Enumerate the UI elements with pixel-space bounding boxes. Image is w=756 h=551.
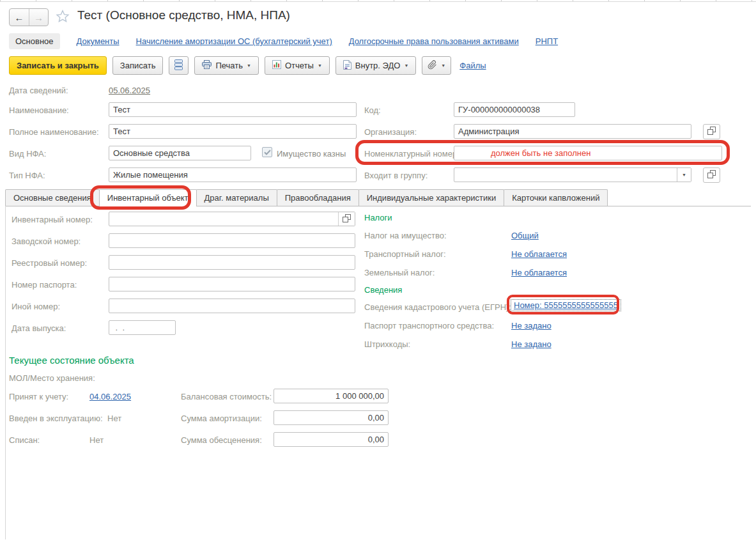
vehicle-passport-label: Паспорт транспортного средства: <box>364 321 494 330</box>
book-value-input[interactable] <box>274 389 389 403</box>
passport-number-label: Номер паспорта: <box>12 280 77 290</box>
land-tax-link[interactable]: Не облагается <box>511 268 567 277</box>
barcodes-label: Штрихкоды: <box>364 339 410 349</box>
group-open-button[interactable] <box>703 167 720 183</box>
tab-inventory-object[interactable]: Инвентарный объект <box>99 189 197 206</box>
nav-item-depreciation[interactable]: Начисление амортизации ОС (бухгалтерский… <box>136 36 332 46</box>
treasury-checkbox[interactable] <box>262 147 272 157</box>
paperclip-icon <box>428 60 437 72</box>
forward-button[interactable]: → <box>29 9 48 26</box>
reports-button[interactable]: Отчеты ▼ <box>265 56 330 75</box>
details-section-header: Сведения <box>364 285 402 295</box>
registry-number-label: Реестровый номер: <box>12 258 87 268</box>
full-name-input[interactable] <box>109 124 357 139</box>
name-input[interactable] <box>109 102 357 117</box>
other-number-input[interactable] <box>109 299 355 313</box>
full-name-label: Полное наименование: <box>9 127 99 137</box>
nomenclature-label: Номенклатурный номер: <box>364 149 459 159</box>
favorite-star-icon[interactable] <box>56 10 70 25</box>
caret-down-icon: ▼ <box>441 63 445 68</box>
cadastral-link[interactable]: Номер: 5555555555555555 <box>514 300 618 310</box>
inventory-number-label: Инвентарный номер: <box>12 215 93 224</box>
registry-number-input[interactable] <box>109 255 355 270</box>
tab-individual-characteristics[interactable]: Индивидуальные характеристики <box>359 189 505 206</box>
save-and-close-button[interactable]: Записать и закрыть <box>9 56 107 75</box>
open-squares-icon <box>343 214 351 224</box>
property-tax-label: Налог на имущество: <box>364 231 447 240</box>
inventory-number-open-button[interactable] <box>338 212 355 226</box>
code-label: Код: <box>364 105 381 115</box>
nfa-kind-input[interactable] <box>109 146 251 160</box>
toolbar: Записать и закрыть Записать Печать ▼ Отч… <box>9 56 486 75</box>
nomenclature-error-text: должен быть не заполнен <box>491 148 590 158</box>
name-label: Наименование: <box>9 105 69 115</box>
tab-rights[interactable]: Правообладания <box>277 189 359 206</box>
date-info-label: Дата сведений: <box>9 86 68 95</box>
checkmark-icon <box>264 148 271 157</box>
depreciation-input[interactable] <box>274 410 389 425</box>
state-section-header: Текущее состояние объекта <box>9 355 134 366</box>
page-title: Тест (Основное средство, НМА, НПА) <box>77 8 290 22</box>
vehicle-passport-link[interactable]: Не задано <box>511 321 552 330</box>
accepted-label: Принят к учету: <box>9 392 68 401</box>
treasury-checkbox-label: Имущество казны <box>277 149 346 159</box>
written-off-label: Списан: <box>9 435 40 445</box>
book-value-label: Балансовая стоимость: <box>181 392 272 401</box>
cadastral-link-focus: Номер: 5555555555555555 <box>511 299 621 311</box>
land-tax-label: Земельный налог: <box>364 268 435 277</box>
structure-button[interactable] <box>169 56 189 75</box>
nav-item-documents[interactable]: Документы <box>77 36 120 46</box>
nav-links-row: Основное Документы Начисление амортизаци… <box>9 33 558 49</box>
caret-down-icon: ▼ <box>404 63 408 68</box>
inventory-number-input[interactable] <box>109 212 355 226</box>
tab-precious-materials[interactable]: Драг. материалы <box>196 189 277 206</box>
internal-edo-button[interactable]: Внутр. ЭДО ▼ <box>336 56 417 75</box>
barcodes-link[interactable]: Не задано <box>511 339 552 349</box>
taxes-section-header: Налоги <box>364 213 392 222</box>
written-off-value: Нет <box>89 435 104 445</box>
nav-item-longterm-rights[interactable]: Долгосрочные права пользования активами <box>349 36 519 46</box>
passport-number-input[interactable] <box>109 277 355 291</box>
property-tax-link[interactable]: Общий <box>511 231 539 240</box>
in-operation-value: Нет <box>107 414 121 423</box>
group-label: Входит в группу: <box>364 171 428 180</box>
impairment-input[interactable] <box>274 432 389 447</box>
impairment-label: Сумма обесценения: <box>181 435 262 445</box>
depreciation-label: Сумма амортизации: <box>181 414 262 423</box>
back-button[interactable]: ← <box>10 9 29 26</box>
release-date-input[interactable] <box>109 320 176 335</box>
organization-input[interactable] <box>454 124 691 139</box>
save-button[interactable]: Записать <box>112 56 164 75</box>
nav-item-main[interactable]: Основное <box>9 33 60 49</box>
other-number-label: Иной номер: <box>12 302 60 311</box>
history-nav-group: ← → <box>9 8 49 26</box>
transport-tax-link[interactable]: Не облагается <box>511 249 567 259</box>
printer-icon <box>202 60 212 71</box>
nav-item-rnpt[interactable]: РНПТ <box>536 36 558 46</box>
tab-capex-cards[interactable]: Карточки капвложений <box>504 189 608 206</box>
nfa-type-input[interactable] <box>109 167 357 182</box>
open-squares-icon <box>707 170 716 180</box>
group-input[interactable] <box>454 167 691 182</box>
window-top-edge <box>0 0 756 2</box>
tab-main-info[interactable]: Основные сведения <box>5 189 100 206</box>
group-dropdown-caret[interactable]: ▼ <box>677 168 691 182</box>
tab-strip: Основные сведения Инвентарный объект Дра… <box>5 189 607 206</box>
print-button[interactable]: Печать ▼ <box>194 56 259 75</box>
attachments-button[interactable]: ▼ <box>422 56 451 75</box>
mol-label: МОЛ/Место хранения: <box>9 373 95 383</box>
in-operation-label: Введен в эксплуатацию: <box>9 414 103 423</box>
caret-down-icon: ▼ <box>247 63 251 68</box>
bar-chart-icon <box>272 60 281 71</box>
accepted-date-link[interactable]: 04.06.2025 <box>89 392 131 401</box>
factory-number-label: Заводской номер: <box>12 237 81 246</box>
caret-down-icon: ▼ <box>318 63 322 68</box>
release-date-label: Дата выпуска: <box>12 323 66 333</box>
form-window: ← → Тест (Основное средство, НМА, НПА) О… <box>0 0 756 551</box>
code-input[interactable] <box>454 102 575 117</box>
files-link[interactable]: Файлы <box>459 61 486 70</box>
factory-number-input[interactable] <box>109 233 355 248</box>
organization-open-button[interactable] <box>703 124 720 139</box>
date-info-link[interactable]: 05.06.2025 <box>109 86 150 95</box>
open-squares-icon <box>707 127 716 137</box>
